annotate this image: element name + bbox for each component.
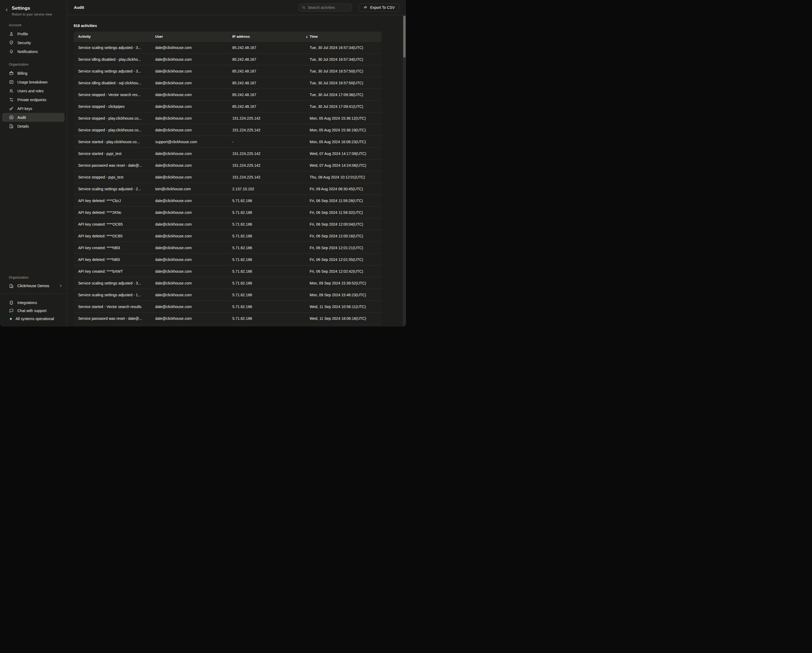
sidebar-item-label: API keys (17, 107, 32, 111)
cell-user: dale@clickhouse.com (151, 46, 228, 50)
cell-activity: Service scaling settings adjusted - 1... (73, 293, 151, 297)
sidebar-item-label: Private endpoints (17, 98, 46, 102)
cell-activity: API key created: ****hBl3 (73, 246, 151, 250)
table-row: Service scaling settings adjusted - 3...… (73, 41, 382, 53)
cell-time: Wed, 07 Aug 2024 14:17:09(UTC) (305, 151, 382, 156)
status-dot (10, 318, 12, 320)
cell-user: dale@clickhouse.com (151, 57, 228, 61)
export-arrow-icon (363, 5, 368, 10)
cell-ip: - (228, 140, 305, 144)
chat-bubble-icon (9, 308, 14, 313)
column-header-label: Time (310, 35, 317, 38)
cell-ip: 5.71.62.186 (228, 305, 305, 309)
back-button[interactable] (3, 6, 10, 14)
cell-user: support@clickhouse.com (151, 140, 228, 144)
table-row: API key created: ****OCB5dale@clickhouse… (73, 218, 382, 230)
cell-user: dale@clickhouse.com (151, 305, 228, 309)
cell-time: Fri, 06 Sep 2024 12:01:21(UTC) (305, 246, 382, 250)
settings-title: Settings (12, 5, 52, 11)
cell-activity: Service stopped - Vector search res... (73, 93, 151, 97)
table-row: Service started - Vector search resultsd… (73, 301, 382, 312)
cell-user: dale@clickhouse.com (151, 281, 228, 285)
system-status[interactable]: All systems operational (0, 315, 67, 323)
cell-user: dale@clickhouse.com (151, 69, 228, 73)
column-header-label: User (155, 35, 163, 38)
cell-activity: Service scaling settings adjusted - 2... (73, 187, 151, 191)
sidebar-item-label: Notifications (17, 49, 38, 54)
vertical-scrollbar[interactable] (403, 15, 406, 326)
sidebar-item-billing[interactable]: Billing (0, 69, 67, 78)
org-switcher[interactable]: ClickHouse Demos (0, 281, 67, 290)
sidebar-item-users-and-roles[interactable]: Users and roles (0, 87, 67, 95)
sidebar-header: Settings Return to your service view (0, 0, 67, 17)
table-row: Service scaling settings adjusted - 3...… (73, 277, 382, 289)
sidebar-item-security[interactable]: Security (0, 38, 67, 47)
cell-activity: Service scaling settings adjusted - 3... (73, 281, 151, 285)
footer-item-chat-with-support[interactable]: Chat with support (0, 307, 67, 315)
scrollbar-thumb[interactable] (403, 16, 406, 58)
cell-activity: API key deleted: ****OCB5 (73, 234, 151, 238)
footer-item-integrations[interactable]: Integrations (0, 299, 67, 307)
sidebar-item-audit[interactable]: Audit (2, 113, 64, 122)
sidebar-item-private-endpoints[interactable]: Private endpoints (0, 95, 67, 104)
sidebar-item-details[interactable]: Details (0, 122, 67, 131)
nav-list-account: ProfileSecurityNotifications (0, 29, 67, 56)
table-row: API key created: ****hBl3dale@clickhouse… (73, 242, 382, 253)
table-row: API key deleted: ****OCB5dale@clickhouse… (73, 230, 382, 242)
cell-ip: 5.71.62.186 (228, 222, 305, 226)
cell-ip: 5.71.62.186 (228, 293, 305, 297)
sidebar-item-usage-breakdown[interactable]: Usage breakdown (0, 78, 67, 87)
puzzle-icon (9, 300, 14, 305)
cell-activity: Service scaling settings adjusted - 3... (73, 46, 151, 50)
cell-ip: 85.242.48.167 (228, 81, 305, 85)
bell-icon (9, 49, 14, 54)
sidebar-item-label: Profile (17, 32, 28, 36)
column-header-time[interactable]: Time (305, 35, 382, 38)
page-header: Audit Export To CSV (67, 0, 406, 15)
table-row: Service stopped - pypi_testdale@clickhou… (73, 171, 382, 183)
cell-time: Mon, 09 Sep 2024 15:46:23(UTC) (305, 293, 382, 297)
cell-activity: API key deleted: ****CbzJ (73, 198, 151, 203)
table-row: Service stopped - play.clickhouse.co...d… (73, 124, 382, 136)
search-input[interactable] (308, 5, 349, 10)
column-header-user[interactable]: User (151, 35, 228, 38)
settings-sidebar: Settings Return to your service view Acc… (0, 0, 67, 326)
table-header-row: ActivityUserIP addressTime (73, 32, 382, 41)
cell-ip: 85.242.48.167 (228, 57, 305, 61)
cell-user: dale@clickhouse.com (151, 316, 228, 320)
cell-time: Fri, 06 Sep 2024 12:00:16(UTC) (305, 234, 382, 238)
nav-list-organization: BillingUsage breakdownUsers and rolesPri… (0, 69, 67, 131)
users-icon (9, 88, 14, 93)
cell-time: Tue, 30 Jul 2024 16:57:34(UTC) (305, 46, 382, 50)
table-row: API key deleted: ****2KNcdale@clickhouse… (73, 206, 382, 218)
org-name: ClickHouse Demos (17, 284, 49, 288)
cell-time: Mon, 09 Sep 2024 15:39:52(UTC) (305, 281, 382, 285)
table-row: API key deleted: ****CbzJdale@clickhouse… (73, 195, 382, 206)
table-row: Service scaling settings adjusted - 3...… (73, 65, 382, 77)
cell-ip: 5.71.62.186 (228, 246, 305, 250)
cell-time: Wed, 11 Sep 2024 18:06:16(UTC) (305, 316, 382, 320)
sidebar-item-notifications[interactable]: Notifications (0, 47, 67, 56)
cell-ip: 5.71.62.186 (228, 234, 305, 238)
building-icon (9, 284, 14, 288)
export-csv-button[interactable]: Export To CSV (359, 3, 400, 12)
column-header-label: IP address (232, 35, 250, 38)
cell-ip: 5.71.62.186 (228, 258, 305, 262)
settings-subtitle: Return to your service view (12, 12, 52, 17)
column-header-activity[interactable]: Activity (73, 35, 151, 38)
cell-user: dale@clickhouse.com (151, 211, 228, 215)
shield-check-icon (9, 40, 14, 45)
cell-ip: 5.71.62.186 (228, 211, 305, 215)
cell-activity: Service stopped - pypi_test (73, 175, 151, 179)
cell-time: Fri, 09 Aug 2024 08:30:45(UTC) (305, 187, 382, 191)
sidebar-item-api-keys[interactable]: API keys (0, 104, 67, 113)
cell-time: Thu, 08 Aug 2024 10:12:01(UTC) (305, 175, 382, 179)
cell-time: Tue, 30 Jul 2024 16:57:50(UTC) (305, 69, 382, 73)
chevron-right-icon (59, 284, 63, 287)
cell-ip: 2.137.10.102 (228, 187, 305, 191)
column-header-ip-address[interactable]: IP address (228, 35, 305, 38)
building-icon (9, 124, 14, 129)
search-box[interactable] (299, 3, 352, 12)
cell-time: Wed, 07 Aug 2024 14:24:06(UTC) (305, 163, 382, 168)
sidebar-item-profile[interactable]: Profile (0, 29, 67, 38)
